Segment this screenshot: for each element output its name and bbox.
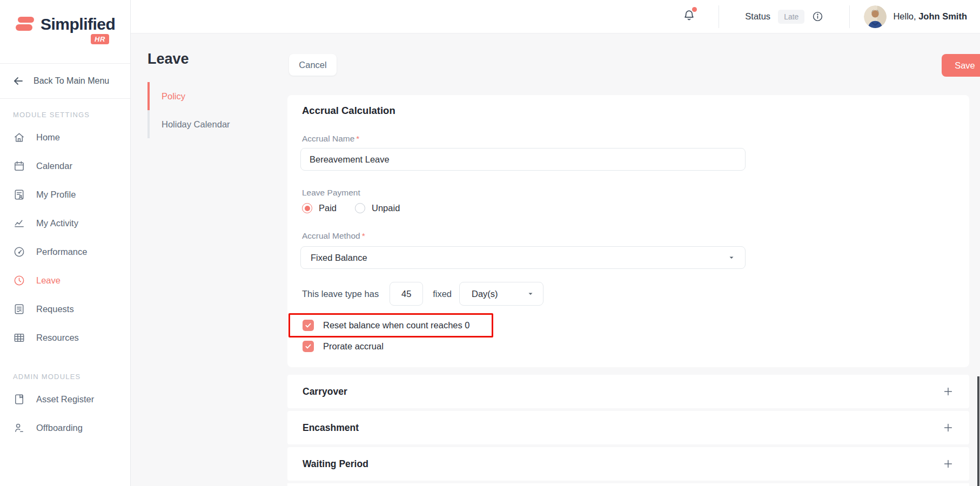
activity-chart-icon — [13, 217, 25, 230]
fixed-sentence-prefix: This leave type has — [302, 289, 379, 299]
back-label: Back To Main Menu — [33, 76, 109, 86]
accordion-title: Encashment — [303, 422, 359, 434]
accordion-carryover[interactable]: Carryover — [287, 375, 969, 408]
accrual-method-label: Accrual Method* — [302, 231, 365, 241]
sidebar-item-label: My Activity — [36, 218, 78, 228]
calendar-icon — [13, 160, 25, 172]
sidebar-item-label: Calendar — [36, 161, 72, 171]
user-name: John Smith — [918, 11, 967, 21]
save-button[interactable]: Save — [942, 54, 980, 77]
topbar-divider — [719, 5, 719, 28]
accrual-method-select[interactable]: Fixed Balance — [300, 246, 746, 269]
leave-payment-label: Leave Payment — [302, 188, 360, 198]
sidebar-item-label: Asset Register — [36, 394, 94, 404]
leave-clock-icon — [13, 274, 25, 287]
section-module-settings: MODULE SETTINGS — [0, 111, 130, 119]
topbar-divider — [849, 5, 850, 28]
sidebar-item-label: Offboarding — [36, 423, 83, 433]
brand-name: Simplified — [41, 16, 115, 32]
leave-payment-radios: Paid Unpaid — [302, 203, 400, 213]
radio-paid-label: Paid — [319, 203, 337, 213]
info-icon[interactable] — [812, 11, 823, 22]
accordion-title: Waiting Period — [303, 458, 368, 470]
radio-unpaid-control[interactable] — [355, 203, 365, 213]
reset-balance-label: Reset balance when count reaches 0 — [323, 320, 470, 330]
radio-paid[interactable]: Paid — [302, 203, 337, 213]
page-title: Leave — [147, 51, 189, 68]
asset-register-icon — [13, 393, 25, 406]
sidebar-item-resources[interactable]: Resources — [0, 323, 130, 352]
status-badge: Late — [778, 10, 804, 24]
sidebar-item-label: Performance — [36, 247, 87, 257]
sidebar-item-label: My Profile — [36, 190, 76, 200]
main-content: Leave Policy Holiday Calendar Cancel Sav… — [131, 33, 980, 486]
chevron-down-icon — [527, 290, 534, 298]
sidebar-item-calendar[interactable]: Calendar — [0, 152, 130, 180]
profile-document-icon — [13, 188, 25, 201]
tab-label: Holiday Calendar — [162, 119, 230, 130]
brand-hr-badge: HR — [91, 34, 109, 44]
scrollbar[interactable] — [977, 376, 979, 486]
section-admin-modules: ADMIN MODULES — [0, 373, 130, 381]
avatar — [864, 5, 887, 28]
accordion-title: Carryover — [303, 386, 347, 397]
fixed-sentence-mid: fixed — [433, 289, 452, 299]
radio-unpaid[interactable]: Unpaid — [355, 203, 400, 213]
required-asterisk: * — [356, 134, 359, 143]
card-title: Accrual Calculation — [302, 105, 395, 117]
reset-balance-checkbox-row[interactable]: Reset balance when count reaches 0 — [303, 320, 470, 331]
brand-mark-icon — [15, 16, 36, 32]
plus-icon[interactable] — [942, 386, 954, 397]
back-to-main-menu[interactable]: Back To Main Menu — [0, 64, 130, 99]
sidebar-item-my-activity[interactable]: My Activity — [0, 209, 130, 238]
fixed-unit-value: Day(s) — [472, 289, 498, 299]
greeting-prefix: Hello, — [893, 11, 916, 21]
subnav-tabs: Policy Holiday Calendar — [147, 82, 245, 138]
requests-document-icon — [13, 303, 25, 315]
fixed-unit-select[interactable]: Day(s) — [459, 282, 543, 306]
accrual-name-input[interactable] — [300, 148, 746, 171]
sidebar-item-offboarding[interactable]: Offboarding — [0, 414, 130, 442]
user-menu[interactable]: Hello, John Smith — [864, 5, 967, 28]
sidebar-item-label: Resources — [36, 333, 79, 343]
notification-dot — [692, 7, 697, 12]
accrual-method-value: Fixed Balance — [311, 253, 367, 263]
performance-gauge-icon — [13, 246, 25, 258]
accordion-waiting-period[interactable]: Waiting Period — [287, 447, 969, 481]
status-group: Status Late — [745, 10, 823, 24]
sidebar-item-performance[interactable]: Performance — [0, 238, 130, 266]
radio-paid-control[interactable] — [302, 203, 312, 213]
sidebar-item-my-profile[interactable]: My Profile — [0, 180, 130, 209]
sidebar-item-asset-register[interactable]: Asset Register — [0, 385, 130, 414]
fixed-balance-row: This leave type has fixed Day(s) — [302, 282, 543, 306]
tab-label: Policy — [162, 91, 185, 102]
sidebar-item-requests[interactable]: Requests — [0, 295, 130, 323]
checkbox-checked-icon[interactable] — [303, 341, 314, 352]
cancel-button[interactable]: Cancel — [289, 54, 337, 76]
accrual-name-label: Accrual Name* — [302, 134, 359, 144]
tab-policy[interactable]: Policy — [147, 82, 245, 110]
offboarding-person-icon — [13, 422, 25, 434]
prorate-accrual-label: Prorate accrual — [323, 341, 384, 352]
sidebar-item-leave[interactable]: Leave — [0, 266, 130, 295]
checkbox-checked-icon[interactable] — [303, 320, 314, 331]
app-root: Simplified HR Back To Main Menu MODULE S… — [0, 0, 980, 486]
plus-icon[interactable] — [942, 458, 954, 470]
sidebar-item-home[interactable]: Home — [0, 123, 130, 152]
notifications-button[interactable] — [682, 9, 696, 24]
prorate-accrual-checkbox-row[interactable]: Prorate accrual — [303, 341, 384, 352]
radio-unpaid-label: Unpaid — [372, 203, 400, 213]
accrual-calculation-card: Accrual Calculation Accrual Name* Leave … — [287, 95, 969, 367]
brand-logo: Simplified HR — [0, 0, 130, 64]
section-bar-partial — [287, 483, 969, 486]
accordion-encashment[interactable]: Encashment — [287, 411, 969, 444]
back-arrow-icon — [12, 75, 25, 87]
fixed-count-input[interactable] — [390, 282, 423, 306]
topbar: Status Late — [131, 0, 980, 33]
tab-holiday-calendar[interactable]: Holiday Calendar — [147, 110, 245, 138]
plus-icon[interactable] — [942, 422, 954, 434]
required-asterisk: * — [362, 231, 365, 240]
sidebar: Simplified HR Back To Main Menu MODULE S… — [0, 0, 131, 486]
sidebar-nav: MODULE SETTINGS Home Calendar My Profile — [0, 99, 130, 442]
sidebar-item-label: Home — [36, 132, 60, 143]
